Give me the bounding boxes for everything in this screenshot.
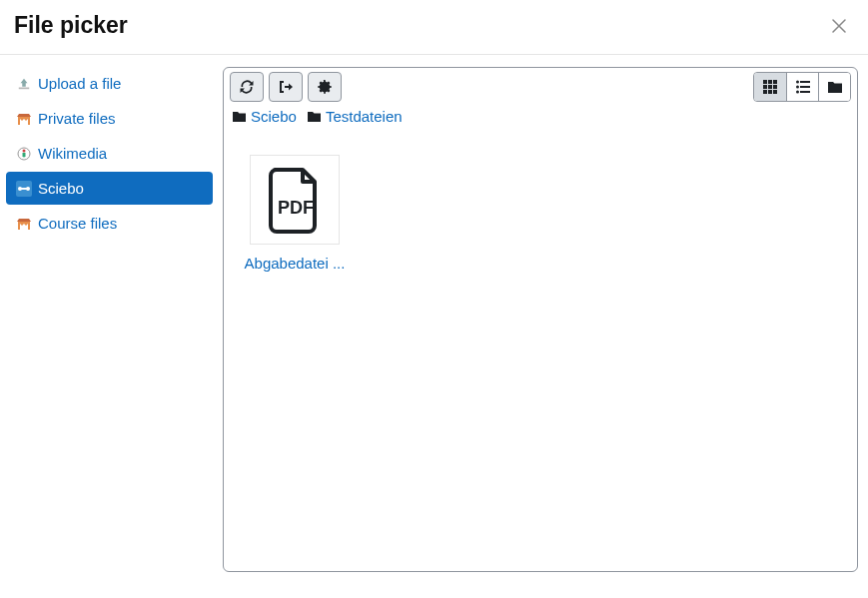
view-tree-button[interactable]	[818, 73, 850, 101]
file-thumbnail: PDF	[250, 155, 340, 245]
repo-sciebo[interactable]: Sciebo	[6, 172, 213, 205]
view-mode-group	[753, 72, 851, 102]
repo-label: Sciebo	[38, 180, 84, 197]
svg-rect-10	[800, 91, 810, 93]
file-grid: PDF Abgabedatei ...	[224, 125, 857, 272]
svg-rect-8	[800, 86, 810, 88]
folder-icon	[827, 80, 843, 94]
breadcrumb-item[interactable]: Sciebo	[232, 108, 297, 125]
settings-button[interactable]	[308, 72, 342, 102]
repo-private-files[interactable]: Private files	[6, 102, 213, 135]
logout-icon	[278, 79, 294, 95]
upload-icon	[16, 76, 32, 92]
close-button[interactable]	[828, 15, 850, 37]
toolbar: Sciebo Testdateien	[224, 68, 857, 125]
refresh-button[interactable]	[230, 72, 264, 102]
breadcrumb-label: Testdateien	[326, 108, 403, 125]
svg-point-5	[796, 81, 799, 84]
repo-label: Private files	[38, 110, 116, 127]
dialog-header: File picker	[0, 0, 868, 55]
refresh-icon	[239, 79, 255, 95]
svg-point-7	[796, 86, 799, 89]
pdf-icon: PDF	[267, 166, 323, 234]
repo-upload-a-file[interactable]: Upload a file	[6, 67, 213, 100]
gear-icon	[317, 79, 333, 95]
close-icon	[832, 19, 846, 33]
sciebo-icon	[16, 181, 32, 197]
logout-button[interactable]	[269, 72, 303, 102]
svg-rect-6	[800, 81, 810, 83]
content-panel: Sciebo Testdateien	[223, 67, 858, 572]
file-item[interactable]: PDF Abgabedatei ...	[240, 155, 350, 272]
repo-wikimedia[interactable]: Wikimedia	[6, 137, 213, 170]
grid-icon	[762, 79, 778, 95]
view-icons-button[interactable]	[754, 73, 786, 101]
moodle-icon	[16, 111, 32, 127]
dialog-title: File picker	[14, 12, 128, 39]
svg-point-1	[23, 149, 26, 152]
svg-text:PDF: PDF	[278, 198, 314, 218]
svg-rect-4	[20, 188, 28, 190]
repo-label: Upload a file	[38, 75, 121, 92]
folder-icon	[232, 110, 247, 123]
repo-course-files[interactable]: Course files	[6, 207, 213, 240]
view-details-button[interactable]	[786, 73, 818, 101]
moodle-icon	[16, 216, 32, 232]
breadcrumb-label: Sciebo	[251, 108, 297, 125]
breadcrumb-item[interactable]: Testdateien	[307, 108, 403, 125]
wikimedia-icon	[16, 146, 32, 162]
repository-list: Upload a file Private files Wikimedia Sc…	[6, 63, 213, 580]
breadcrumb: Sciebo Testdateien	[230, 102, 413, 125]
repo-label: Wikimedia	[38, 145, 107, 162]
svg-point-9	[796, 91, 799, 94]
file-picker-dialog: File picker Upload a file Private files	[0, 0, 868, 580]
repo-label: Course files	[38, 215, 117, 232]
folder-icon	[307, 110, 322, 123]
dialog-body: Upload a file Private files Wikimedia Sc…	[0, 55, 868, 580]
file-name: Abgabedatei ...	[240, 255, 350, 272]
list-icon	[795, 79, 811, 95]
